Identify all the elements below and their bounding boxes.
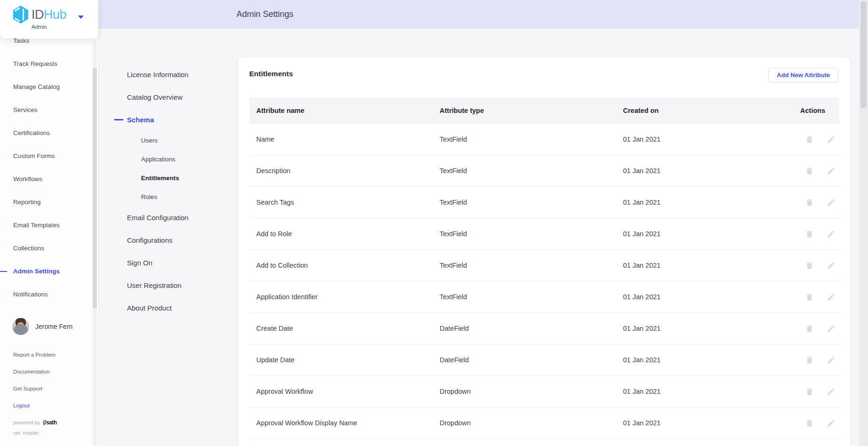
sidebar-item-custom-forms[interactable]: Custom Forms (0, 144, 98, 167)
pencil-icon[interactable] (827, 135, 836, 144)
settings-nav-item-sign-on[interactable]: Sign On (99, 251, 238, 274)
footer-link-get-support[interactable]: Get Support (13, 380, 55, 397)
sidebar-item-workflows[interactable]: Workflows (0, 167, 98, 191)
powered-by-label: powered by (13, 420, 40, 425)
attributes-table: Attribute name Attribute type Created on… (249, 97, 839, 439)
sidebar-nav: TasksTrack RequestsManage CatalogService… (0, 29, 98, 306)
pencil-icon[interactable] (827, 356, 836, 365)
footer-link-report-a-problem[interactable]: Report a Problem (13, 346, 55, 363)
sidebar-item-certifications[interactable]: Certifications (0, 121, 98, 144)
cell-actions (778, 261, 839, 270)
cell-actions (778, 324, 839, 333)
table-row: Approval Workflow Dropdown 01 Jan 2021 (249, 376, 839, 407)
trash-icon[interactable] (805, 356, 814, 365)
sidebar: TasksTrack RequestsManage CatalogService… (0, 0, 99, 446)
pencil-icon[interactable] (827, 324, 836, 333)
pencil-icon[interactable] (827, 419, 836, 428)
pencil-icon[interactable] (827, 387, 836, 396)
card-title: Entitlements (249, 70, 293, 78)
settings-nav-sub-entitlements[interactable]: Entitlements (99, 168, 238, 187)
sidebar-item-admin-settings[interactable]: Admin Settings (0, 260, 98, 283)
table-row: Add to Collection TextField 01 Jan 2021 (249, 250, 839, 281)
sidebar-item-track-requests[interactable]: Track Requests (0, 52, 98, 75)
sidebar-item-email-templates[interactable]: Email Templates (0, 214, 98, 237)
pencil-icon[interactable] (827, 198, 836, 207)
cell-attribute-name: Add to Collection (256, 262, 440, 269)
chevron-down-icon[interactable] (78, 16, 84, 19)
table-row: Name TextField 01 Jan 2021 (249, 124, 839, 155)
pencil-icon[interactable] (827, 261, 836, 270)
sidebar-item-collections[interactable]: Collections (0, 237, 98, 260)
trash-icon[interactable] (805, 198, 814, 207)
cell-created-on: 01 Jan 2021 (623, 199, 778, 206)
cell-attribute-name: Add to Role (256, 230, 440, 238)
settings-nav-item-catalog-overview[interactable]: Catalog Overview (99, 86, 238, 108)
trash-icon[interactable] (805, 387, 814, 396)
trash-icon[interactable] (805, 261, 814, 270)
user-profile[interactable]: Jerome Fern (12, 318, 72, 335)
cell-attribute-type: TextField (440, 262, 623, 269)
settings-nav-sub-applications[interactable]: Applications (99, 150, 238, 168)
cell-attribute-type: TextField (440, 230, 623, 238)
table-row: Application Identifier TextField 01 Jan … (249, 281, 839, 313)
app-screen: TasksTrack RequestsManage CatalogService… (0, 0, 868, 446)
trash-icon[interactable] (805, 419, 814, 428)
cell-actions (778, 198, 839, 207)
cell-attribute-type: TextField (440, 135, 623, 143)
trash-icon[interactable] (805, 167, 814, 175)
table-row: Create Date DateField 01 Jan 2021 (249, 313, 839, 344)
settings-nav-sub-users[interactable]: Users (99, 131, 238, 150)
column-header-attribute-type: Attribute type (440, 107, 623, 114)
sidebar-item-reporting[interactable]: Reporting (0, 191, 98, 214)
user-name: Jerome Fern (35, 323, 72, 330)
hexagon-logo-icon (12, 5, 29, 24)
sidebar-footer-links: Report a ProblemDocumentationGet Support… (13, 346, 55, 414)
cell-created-on: 01 Jan 2021 (623, 135, 778, 143)
cell-created-on: 01 Jan 2021 (623, 293, 778, 301)
cell-actions (778, 293, 839, 302)
entitlements-card: Entitlements Add New Attribute Attribute… (238, 57, 850, 446)
pencil-icon[interactable] (827, 230, 836, 239)
trash-icon[interactable] (805, 135, 814, 144)
trash-icon[interactable] (805, 230, 814, 239)
logo-card: IDHub Admin (0, 0, 98, 39)
settings-nav-item-schema[interactable]: Schema (99, 108, 238, 131)
column-header-attribute-name: Attribute name (256, 107, 440, 114)
trash-icon[interactable] (805, 324, 814, 333)
settings-nav-item-configurations[interactable]: Configurations (99, 229, 238, 251)
cell-created-on: 01 Jan 2021 (623, 262, 778, 269)
settings-nav-item-user-registration[interactable]: User Registration (99, 274, 238, 296)
sidebar-scrollbar-thumb[interactable] (93, 68, 97, 308)
table-body: Name TextField 01 Jan 2021 Description T… (249, 124, 839, 439)
table-row: Add to Role TextField 01 Jan 2021 (249, 218, 839, 250)
cell-attribute-name: Update Date (256, 356, 440, 364)
settings-nav-item-license-information[interactable]: License Information (99, 63, 238, 86)
powered-by: powered by ⟨/sath (13, 419, 57, 426)
table-row: Approval Workflow Display Name Dropdown … (249, 407, 839, 439)
cell-attribute-type: TextField (440, 293, 623, 301)
sidebar-item-notifications[interactable]: Notifications (0, 283, 98, 306)
pencil-icon[interactable] (827, 167, 836, 175)
table-row: Search Tags TextField 01 Jan 2021 (249, 187, 839, 218)
footer-link-documentation[interactable]: Documentation (13, 363, 55, 380)
page-scrollbar-thumb[interactable] (860, 1, 867, 108)
cell-created-on: 01 Jan 2021 (623, 230, 778, 238)
sidebar-item-manage-catalog[interactable]: Manage Catalog (0, 75, 98, 98)
cell-attribute-type: DateField (440, 325, 623, 332)
avatar[interactable] (12, 318, 29, 335)
settings-nav-sub-roles[interactable]: Roles (99, 187, 238, 206)
footer-link-logout[interactable]: Logout (13, 397, 55, 414)
settings-nav-item-email-configuration[interactable]: Email Configuration (99, 206, 238, 229)
cell-attribute-name: Search Tags (256, 199, 440, 206)
table-row: Description TextField 01 Jan 2021 (249, 155, 839, 187)
cell-attribute-name: Application Identifier (256, 293, 440, 301)
trash-icon[interactable] (805, 293, 814, 302)
table-row: Update Date DateField 01 Jan 2021 (249, 344, 839, 376)
settings-nav-item-about-product[interactable]: About Product (99, 296, 238, 319)
cell-actions (778, 167, 839, 175)
sidebar-item-services[interactable]: Services (0, 98, 98, 121)
cell-attribute-type: DateField (440, 356, 623, 364)
add-new-attribute-button[interactable]: Add New Attribute (768, 68, 838, 82)
pencil-icon[interactable] (827, 293, 836, 302)
brand-name: IDHub (32, 8, 66, 22)
